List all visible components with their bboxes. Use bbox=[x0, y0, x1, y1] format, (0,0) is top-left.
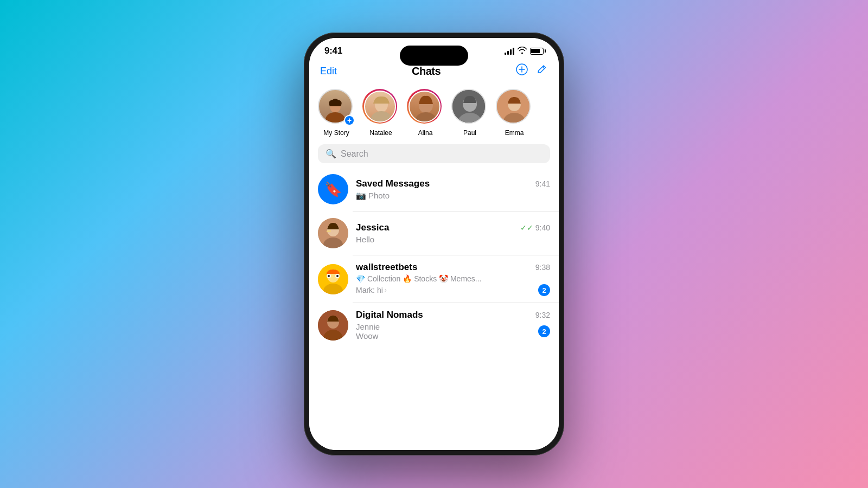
stories-row: + My Story bbox=[309, 85, 559, 144]
jessica-avatar bbox=[318, 218, 348, 248]
chat-desc-wallstreetbets: 💎 Collection 🔥 Stocks 🤡 Memes... bbox=[356, 274, 550, 283]
status-icons bbox=[505, 47, 544, 55]
search-bar[interactable]: 🔍 Search bbox=[318, 144, 550, 163]
story-item-natalee[interactable]: Natalee bbox=[362, 89, 399, 137]
chat-name-wallstreetbets: wallstreetbets bbox=[356, 262, 417, 273]
story-item-emma[interactable]: Emma bbox=[496, 89, 533, 137]
svg-point-25 bbox=[328, 275, 330, 277]
chat-preview-wallstreetbets: Mark: hi › bbox=[356, 286, 387, 294]
header-actions bbox=[515, 63, 548, 79]
chat-preview-jessica: Hello bbox=[356, 235, 550, 244]
chat-preview-saved: 📷 Photo bbox=[356, 191, 550, 201]
dynamic-island bbox=[400, 46, 468, 66]
chat-item-wallstreetbets[interactable]: wallstreetbets 9:38 💎 Collection 🔥 Stock… bbox=[309, 255, 559, 303]
chat-time-saved: 9:41 bbox=[535, 179, 550, 188]
saved-messages-avatar: 🔖 bbox=[318, 174, 348, 204]
phone-screen: 9:41 bbox=[309, 38, 559, 450]
story-name-emma: Emma bbox=[505, 129, 524, 137]
chat-time-jessica: 9:40 bbox=[535, 223, 550, 232]
story-item-alina[interactable]: Alina bbox=[407, 89, 444, 137]
story-item-my-story[interactable]: + My Story bbox=[318, 89, 355, 137]
story-name-paul: Paul bbox=[463, 129, 476, 137]
battery-icon bbox=[530, 48, 544, 55]
wifi-icon bbox=[518, 47, 527, 55]
story-item-paul[interactable]: Paul bbox=[451, 89, 488, 137]
story-name-my-story: My Story bbox=[323, 129, 349, 137]
chat-name-jessica: Jessica bbox=[356, 222, 389, 233]
chat-name-saved: Saved Messages bbox=[356, 178, 430, 189]
add-chat-button[interactable] bbox=[515, 63, 528, 79]
svg-point-9 bbox=[415, 112, 437, 123]
add-story-badge: + bbox=[344, 115, 355, 126]
chat-time-wallstreetbets: 9:38 bbox=[535, 263, 550, 272]
status-time: 9:41 bbox=[324, 46, 342, 56]
chat-item-jessica[interactable]: Jessica ✓✓ 9:40 Hello bbox=[309, 211, 559, 255]
search-input[interactable]: Search bbox=[341, 149, 368, 159]
chat-item-digital-nomads[interactable]: Digital Nomads 9:32 Jennie Woow bbox=[309, 303, 559, 347]
svg-point-26 bbox=[336, 275, 339, 277]
story-name-alina: Alina bbox=[418, 129, 433, 137]
digital-nomads-avatar bbox=[318, 310, 348, 341]
phone-shell: 9:41 bbox=[304, 33, 564, 455]
chat-list: 🔖 Saved Messages 9:41 📷 Photo bbox=[309, 168, 559, 450]
compose-button[interactable] bbox=[536, 63, 548, 79]
story-name-natalee: Natalee bbox=[369, 129, 392, 137]
svg-line-3 bbox=[542, 67, 545, 69]
search-icon: 🔍 bbox=[326, 149, 336, 159]
svg-point-7 bbox=[371, 111, 392, 123]
wallstreetbets-avatar bbox=[318, 264, 348, 294]
svg-point-5 bbox=[326, 112, 345, 123]
page-title: Chats bbox=[412, 65, 441, 78]
unread-badge-digital-nomads: 2 bbox=[538, 325, 550, 337]
signal-icon bbox=[505, 48, 514, 55]
chat-preview-digital-nomads: Jennie bbox=[356, 322, 380, 331]
chat-item-saved-messages[interactable]: 🔖 Saved Messages 9:41 📷 Photo bbox=[309, 168, 559, 211]
delivered-icon: ✓✓ bbox=[520, 223, 533, 232]
chat-time-digital-nomads: 9:32 bbox=[535, 311, 550, 319]
edit-button[interactable]: Edit bbox=[320, 66, 337, 77]
chat-name-digital-nomads: Digital Nomads bbox=[356, 310, 423, 320]
unread-badge-wallstreetbets: 2 bbox=[538, 284, 550, 296]
